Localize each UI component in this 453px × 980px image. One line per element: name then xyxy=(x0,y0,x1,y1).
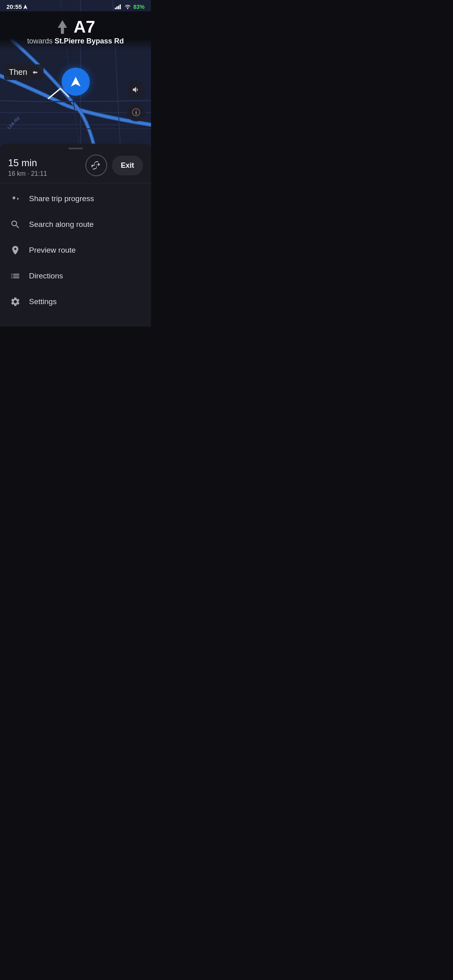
map-area[interactable]: Link Rd A xyxy=(0,0,151,157)
road-name-row: A7 xyxy=(8,18,143,36)
svg-rect-3 xyxy=(118,6,119,9)
current-position xyxy=(62,68,90,96)
preview-route-icon xyxy=(10,245,21,256)
road-name: A7 xyxy=(74,18,95,36)
nav-header: A7 towards St.Pierre Bypass Rd xyxy=(0,11,151,50)
svg-point-5 xyxy=(127,8,128,9)
then-label: Then xyxy=(9,68,27,77)
menu-item-search-route[interactable]: Search along route xyxy=(0,212,151,237)
svg-rect-1 xyxy=(115,8,116,9)
time-text: 20:55 xyxy=(6,3,22,10)
road-towards: towards St.Pierre Bypass Rd xyxy=(8,37,143,45)
svg-marker-0 xyxy=(23,4,27,9)
svg-point-16 xyxy=(13,197,16,200)
settings-icon xyxy=(10,296,21,307)
menu-item-directions[interactable]: Directions xyxy=(0,263,151,289)
eta-minutes: 15 min xyxy=(8,153,85,169)
svg-marker-14 xyxy=(135,112,137,115)
share-trip-icon xyxy=(10,193,21,204)
turn-left-icon xyxy=(31,68,39,76)
directions-label: Directions xyxy=(29,272,63,280)
svg-marker-13 xyxy=(135,109,137,112)
svg-rect-4 xyxy=(120,4,121,9)
battery-text: 83% xyxy=(133,4,145,10)
eta-minutes-value: 15 xyxy=(8,157,19,168)
eta-minutes-suffix: min xyxy=(19,157,37,168)
menu-item-preview-route[interactable]: Preview route xyxy=(0,237,151,263)
position-circle xyxy=(62,68,90,96)
towards-label: towards xyxy=(27,37,52,45)
share-trip-label: Share trip progress xyxy=(29,194,94,203)
status-bar: 20:55 83% xyxy=(0,0,151,12)
route-switch-icon xyxy=(91,160,102,171)
eta-row: 15 min 16 km · 21:11 Exit xyxy=(0,152,151,183)
compass-button[interactable] xyxy=(127,103,145,121)
eta-separator: · xyxy=(26,170,31,177)
wifi-icon xyxy=(124,4,131,9)
eta-distance: 16 km xyxy=(8,170,26,177)
eta-info: 15 min 16 km · 21:11 xyxy=(8,153,85,177)
directions-icon xyxy=(10,270,21,282)
preview-route-label: Preview route xyxy=(29,246,76,255)
bottom-panel: 15 min 16 km · 21:11 Exit xyxy=(0,144,151,327)
road-direction-arrow xyxy=(56,19,69,35)
map-buttons xyxy=(127,80,145,121)
nav-arrow-icon xyxy=(69,75,82,88)
search-route-label: Search along route xyxy=(29,220,94,229)
sound-button[interactable] xyxy=(127,80,145,99)
panel-handle[interactable] xyxy=(0,144,151,152)
compass-icon xyxy=(132,108,141,117)
menu-item-settings[interactable]: Settings xyxy=(0,289,151,315)
menu-item-share-trip[interactable]: Share trip progress xyxy=(0,186,151,212)
eta-actions: Exit xyxy=(85,154,143,176)
status-icons: 83% xyxy=(115,4,145,10)
settings-label: Settings xyxy=(29,297,57,306)
route-switch-button[interactable] xyxy=(85,154,107,176)
destination-name: St.Pierre Bypass Rd xyxy=(54,37,124,45)
menu-list: Share trip progress Search along route P… xyxy=(0,183,151,327)
svg-marker-15 xyxy=(58,20,67,34)
location-arrow-icon xyxy=(23,4,27,9)
handle-bar xyxy=(68,148,83,149)
eta-details: 16 km · 21:11 xyxy=(8,170,85,177)
svg-rect-2 xyxy=(116,6,118,9)
svg-marker-11 xyxy=(71,77,81,86)
then-chip: Then xyxy=(4,64,43,80)
exit-button[interactable]: Exit xyxy=(112,156,143,175)
sound-icon xyxy=(132,85,141,94)
status-time: 20:55 xyxy=(6,3,27,10)
search-along-route-icon xyxy=(10,219,21,230)
signal-icon xyxy=(115,4,122,9)
eta-arrival: 21:11 xyxy=(31,170,47,177)
